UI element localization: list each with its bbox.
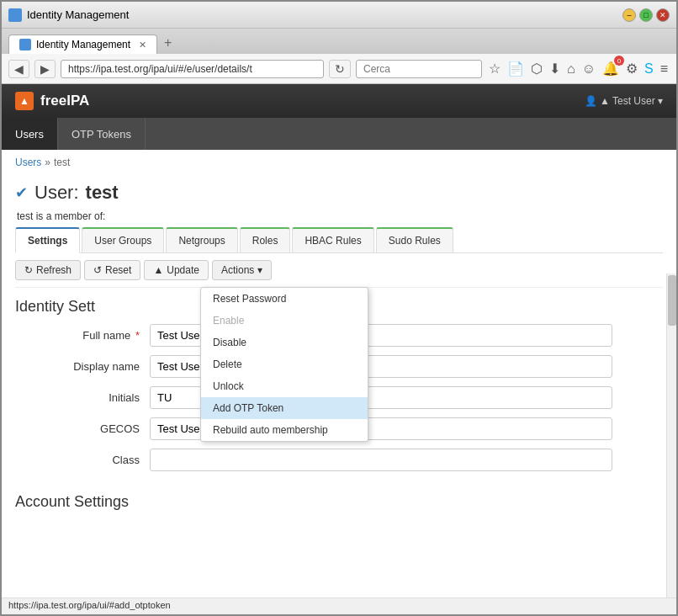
- dropdown-add-otp-token-label: Add OTP Token: [213, 402, 283, 414]
- tabs-container: Settings User Groups Netgroups Roles HBA…: [15, 227, 663, 253]
- app-header: ▲ freeIPA 👤 ▲ Test User ▾: [2, 84, 676, 118]
- forward-button[interactable]: ▶: [34, 60, 56, 78]
- dropdown-unlock-label: Unlock: [213, 380, 244, 392]
- dropdown-disable-label: Disable: [213, 337, 246, 348]
- refresh-nav-button[interactable]: ↻: [329, 60, 351, 78]
- display-name-label: Display name: [15, 360, 150, 373]
- status-url: https://ipa.test.org/ipa/ui/#add_otptoke…: [8, 600, 171, 610]
- status-bar: https://ipa.test.org/ipa/ui/#add_otptoke…: [2, 597, 676, 614]
- dropdown-rebuild-membership[interactable]: Rebuild auto membership: [201, 419, 368, 441]
- star-icon[interactable]: ☆: [487, 59, 502, 78]
- favicon: [8, 8, 22, 22]
- dropdown-add-otp-token[interactable]: Add OTP Token: [201, 397, 368, 419]
- skype-icon[interactable]: S: [643, 60, 655, 78]
- tab-user-groups[interactable]: User Groups: [82, 227, 164, 252]
- tab-bar: Identity Management ✕ +: [2, 29, 676, 54]
- notifications-icon[interactable]: 🔔0: [601, 59, 621, 78]
- vertical-scrollbar[interactable]: [666, 273, 676, 601]
- address-bar: ◀ ▶ ↻ ☆ 📄 ⬡ ⬇ ⌂ ☺ 🔔0 ⚙ S ≡: [2, 54, 676, 84]
- close-button[interactable]: ✕: [656, 8, 670, 22]
- class-group: Class: [15, 449, 663, 471]
- reset-label: Reset: [105, 264, 131, 276]
- refresh-label: Refresh: [36, 264, 72, 276]
- dropdown-enable-label: Enable: [213, 315, 244, 327]
- refresh-icon: ↻: [24, 264, 33, 276]
- browser-tab[interactable]: Identity Management ✕: [8, 35, 157, 54]
- emoji-icon[interactable]: ☺: [580, 60, 597, 78]
- main-content: ✔ User: test test is a member of: Settin…: [2, 175, 676, 528]
- pocket-icon[interactable]: ⬡: [529, 59, 544, 78]
- update-label: Update: [167, 264, 199, 276]
- window-controls: – □ ✕: [622, 8, 670, 22]
- class-label: Class: [15, 454, 150, 466]
- full-name-required: *: [135, 329, 140, 342]
- full-name-label: Full name *: [15, 329, 150, 342]
- page-title-row: ✔ User: test: [15, 175, 663, 210]
- menu-icon[interactable]: ≡: [659, 60, 670, 78]
- reader-icon[interactable]: 📄: [506, 59, 526, 78]
- dropdown-disable[interactable]: Disable: [201, 332, 368, 353]
- user-icon: 👤: [585, 95, 597, 107]
- window-title: Identity Management: [27, 8, 129, 21]
- dropdown-rebuild-membership-label: Rebuild auto membership: [213, 424, 328, 436]
- nav-users[interactable]: Users: [2, 118, 58, 150]
- reset-icon: ↺: [93, 264, 102, 276]
- tab-netgroups-label: Netgroups: [178, 235, 225, 247]
- breadcrumb: Users » test: [2, 150, 676, 175]
- tab-roles-label: Roles: [252, 235, 278, 247]
- browser-search-input[interactable]: [356, 60, 482, 78]
- breadcrumb-root[interactable]: Users: [15, 157, 41, 168]
- nav-otp-label: OTP Tokens: [72, 128, 131, 141]
- gecos-label: GECOS: [15, 422, 150, 435]
- maximize-button[interactable]: □: [639, 8, 653, 22]
- extensions-icon[interactable]: ⚙: [624, 59, 639, 78]
- home-icon[interactable]: ⌂: [565, 60, 577, 78]
- title-bar-left: Identity Management: [8, 8, 129, 22]
- dropdown-delete[interactable]: Delete: [201, 353, 368, 375]
- page-checkmark-icon: ✔: [15, 183, 28, 202]
- dropdown-unlock[interactable]: Unlock: [201, 375, 368, 397]
- url-input[interactable]: [61, 60, 324, 78]
- app-logo: ▲ freeIPA: [15, 92, 89, 110]
- actions-caret-icon: ▾: [257, 264, 262, 276]
- page-title-value: test: [86, 182, 119, 204]
- logo-icon: ▲: [15, 92, 34, 110]
- update-icon: ▲: [153, 264, 163, 276]
- page-title-prefix: User:: [34, 182, 79, 204]
- user-menu-label: ▲ Test User ▾: [600, 95, 663, 107]
- actions-dropdown: Reset Password Enable Disable Delete Unl…: [200, 287, 368, 442]
- tab-sudo-rules[interactable]: Sudo Rules: [376, 227, 453, 252]
- title-bar: Identity Management – □ ✕: [2, 2, 676, 29]
- scrollbar-thumb[interactable]: [668, 275, 676, 326]
- new-tab-button[interactable]: +: [157, 32, 178, 54]
- tab-netgroups[interactable]: Netgroups: [166, 227, 237, 252]
- tab-roles[interactable]: Roles: [240, 227, 291, 252]
- class-input[interactable]: [150, 449, 612, 471]
- account-settings-title: Account Settings: [15, 480, 663, 514]
- breadcrumb-separator: »: [45, 157, 50, 168]
- user-menu[interactable]: 👤 ▲ Test User ▾: [585, 95, 663, 107]
- reset-button[interactable]: ↺ Reset: [84, 260, 140, 280]
- tab-favicon: [19, 39, 31, 50]
- tab-close-icon[interactable]: ✕: [139, 40, 146, 50]
- actions-button[interactable]: Actions ▾: [212, 260, 272, 280]
- tab-settings[interactable]: Settings: [15, 227, 80, 253]
- tab-hbac-rules[interactable]: HBAC Rules: [292, 227, 373, 252]
- nav-otp-tokens[interactable]: OTP Tokens: [58, 118, 146, 150]
- update-button[interactable]: ▲ Update: [144, 260, 209, 280]
- action-bar: ↻ Refresh ↺ Reset ▲ Update Actions ▾: [15, 253, 663, 287]
- back-button[interactable]: ◀: [8, 60, 29, 78]
- browser-toolbar: ☆ 📄 ⬡ ⬇ ⌂ ☺ 🔔0 ⚙ S ≡: [487, 59, 670, 78]
- tab-sudo-rules-label: Sudo Rules: [389, 235, 441, 247]
- nav-bar: Users OTP Tokens: [2, 118, 676, 150]
- refresh-button[interactable]: ↻ Refresh: [15, 260, 81, 280]
- tab-title: Identity Management: [36, 39, 130, 50]
- actions-label: Actions: [221, 264, 254, 276]
- nav-users-label: Users: [15, 128, 44, 141]
- dropdown-reset-password[interactable]: Reset Password: [201, 288, 368, 310]
- tab-settings-label: Settings: [28, 235, 67, 247]
- download-icon[interactable]: ⬇: [548, 59, 562, 78]
- tab-user-groups-label: User Groups: [94, 235, 151, 247]
- minimize-button[interactable]: –: [622, 8, 636, 22]
- breadcrumb-current: test: [54, 157, 70, 168]
